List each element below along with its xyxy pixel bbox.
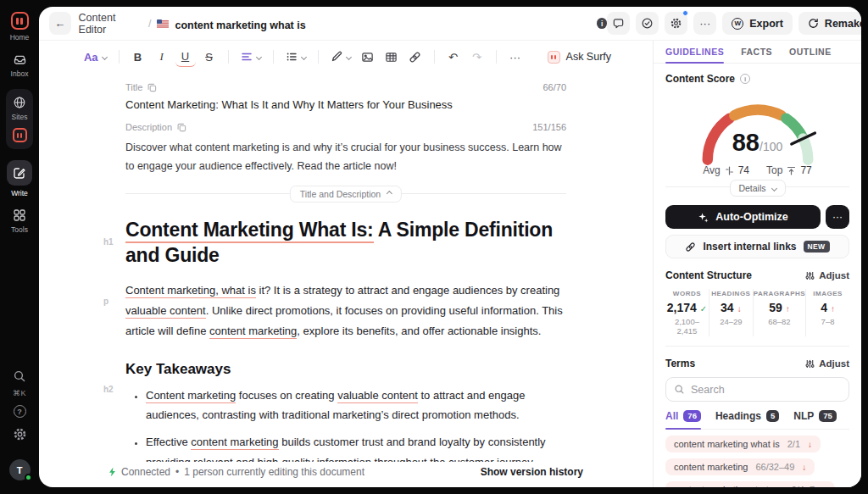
- comments-button[interactable]: [607, 12, 630, 35]
- pen-button[interactable]: [327, 47, 354, 67]
- align-left-icon: [241, 51, 253, 63]
- details-button[interactable]: Details: [729, 180, 785, 197]
- description-field-label: Description: [125, 122, 186, 132]
- auto-optimize-more-button[interactable]: ···: [826, 205, 849, 229]
- italic-button[interactable]: I: [152, 47, 172, 67]
- topbar: ← Content Editor / content marketing wha…: [39, 7, 861, 41]
- connection-status: Connected: [121, 466, 170, 478]
- sidebar-item-home[interactable]: [11, 12, 29, 30]
- sites-group: Sites: [6, 89, 33, 149]
- score-value: 88: [732, 129, 760, 156]
- term-chip-count: 9/4–7: [792, 485, 815, 487]
- question-icon: ?: [17, 408, 22, 416]
- sliders-icon: [805, 359, 815, 369]
- seo-description-input[interactable]: Discover what content marketing is and w…: [125, 138, 566, 176]
- align-button[interactable]: [237, 47, 264, 67]
- font-style-button[interactable]: Aa: [81, 47, 110, 67]
- term-chip-count: 2/1: [787, 439, 800, 449]
- ask-surfy-button[interactable]: Ask Surfy: [548, 51, 612, 64]
- filter-nlp[interactable]: NLP 75: [793, 410, 837, 429]
- version-history-button[interactable]: Show version history: [481, 466, 583, 478]
- auto-optimize-button[interactable]: Auto-Optimize: [665, 205, 821, 229]
- sidebar-item-tools[interactable]: [13, 208, 26, 222]
- surfy-icon: [548, 51, 560, 64]
- document-title[interactable]: content marketing what is: [175, 19, 591, 31]
- insert-internal-links-button[interactable]: Insert internal links NEW: [665, 235, 849, 258]
- term-chip[interactable]: content marketing strategy 9/4–7 ↓: [665, 481, 835, 487]
- seo-title-input[interactable]: Content Marketing: What Is It and Why It…: [125, 98, 566, 111]
- term-chip[interactable]: content marketing 66/32–49 ↓: [665, 458, 815, 475]
- tab-facts[interactable]: FACTS: [741, 41, 772, 63]
- tasks-button[interactable]: [636, 12, 659, 35]
- tab-guidelines[interactable]: GUIDELINES: [665, 41, 724, 63]
- flag-icon: [157, 19, 169, 28]
- toolbar-more-button[interactable]: ···: [505, 47, 526, 67]
- terms-adjust-button[interactable]: Adjust: [805, 358, 849, 369]
- sidebar-search-button[interactable]: [13, 369, 26, 383]
- back-button[interactable]: ←: [49, 12, 71, 35]
- block-tag: p: [103, 297, 108, 306]
- redo-button[interactable]: ↷: [467, 47, 487, 67]
- undo-button[interactable]: ↶: [443, 47, 464, 67]
- structure-adjust-button[interactable]: Adjust: [805, 270, 849, 280]
- remake-button[interactable]: Remake: [798, 12, 861, 35]
- search-icon: [13, 369, 26, 383]
- stat-headings[interactable]: HEADINGS 34↓ 24–29: [709, 289, 753, 336]
- stat-images[interactable]: IMAGES 4↑ 7–8: [805, 289, 849, 336]
- lightning-icon: [108, 467, 116, 477]
- term-chip[interactable]: content marketing what is 2/1 ↓: [665, 436, 821, 452]
- list-icon: [286, 51, 298, 63]
- filter-all[interactable]: All 76: [665, 410, 701, 429]
- settings-button[interactable]: [665, 12, 687, 35]
- table-button[interactable]: [381, 47, 402, 67]
- avatar-initial: T: [17, 465, 23, 475]
- copy-icon[interactable]: [147, 83, 157, 92]
- chevron-down-icon: [346, 53, 352, 59]
- sidebar-item-site[interactable]: [13, 128, 27, 142]
- bold-button[interactable]: B: [128, 47, 148, 67]
- copy-icon[interactable]: [177, 123, 186, 132]
- sidebar-item-sites[interactable]: [13, 96, 26, 109]
- terms-search-input[interactable]: [691, 384, 841, 396]
- info-icon[interactable]: i: [740, 74, 750, 84]
- topbar-more-button[interactable]: ···: [693, 12, 716, 35]
- editor-column: Aa B I U S: [39, 41, 653, 487]
- ask-surfy-label: Ask Surfy: [566, 51, 612, 63]
- terms-search: [665, 377, 849, 402]
- stat-paragraphs[interactable]: PARAGRAPHS 59↑ 68–82: [753, 289, 805, 336]
- list-item[interactable]: Content marketing focuses on creating va…: [146, 386, 566, 425]
- arrow-down-icon: ↓: [802, 463, 806, 472]
- key-takeaways-heading[interactable]: Key Takeaways: [125, 361, 566, 378]
- chevron-down-icon: [102, 53, 108, 59]
- list-item[interactable]: Effective content marketing builds custo…: [146, 432, 566, 462]
- sidebar-item-inbox[interactable]: [13, 53, 27, 66]
- list-button[interactable]: [282, 47, 309, 67]
- info-icon[interactable]: i: [597, 18, 607, 29]
- trend-up-icon: ↑: [831, 304, 835, 314]
- underline-button[interactable]: U: [175, 47, 196, 67]
- term-chip-count: 66/32–49: [755, 462, 794, 472]
- image-button[interactable]: [358, 47, 378, 67]
- sidebar-item-write[interactable]: [7, 160, 32, 186]
- trend-check-icon: ✓: [700, 304, 707, 314]
- block-tag: h1: [103, 237, 114, 247]
- sidebar-settings-button[interactable]: [13, 427, 27, 441]
- link-button[interactable]: [405, 47, 426, 67]
- article-h1[interactable]: Content Marketing What Is: A Simple Defi…: [125, 217, 566, 269]
- sidebar-item-label: Home: [10, 33, 30, 42]
- filter-headings[interactable]: Headings 5: [715, 410, 779, 429]
- link-icon: [409, 51, 421, 64]
- title-description-collapse[interactable]: Title and Description: [290, 186, 402, 203]
- export-button[interactable]: W Export: [722, 12, 793, 35]
- tab-outline[interactable]: OUTLINE: [789, 41, 832, 63]
- sidebar-item-label: Inbox: [11, 69, 29, 78]
- intro-paragraph[interactable]: Content marketing, what is it? It is a s…: [125, 280, 566, 341]
- trend-down-icon: ↓: [737, 304, 742, 314]
- breadcrumb-section[interactable]: Content Editor: [79, 12, 142, 36]
- help-button[interactable]: ?: [14, 405, 26, 418]
- document-canvas[interactable]: Title 66/70 Content Marketing: What Is I…: [39, 73, 653, 462]
- stat-words[interactable]: WORDS 2,174✓ 2,100–2,415: [665, 289, 709, 336]
- sidebar-item-label: Tools: [11, 225, 28, 234]
- user-avatar[interactable]: T: [9, 459, 31, 480]
- strikethrough-button[interactable]: S: [199, 47, 220, 67]
